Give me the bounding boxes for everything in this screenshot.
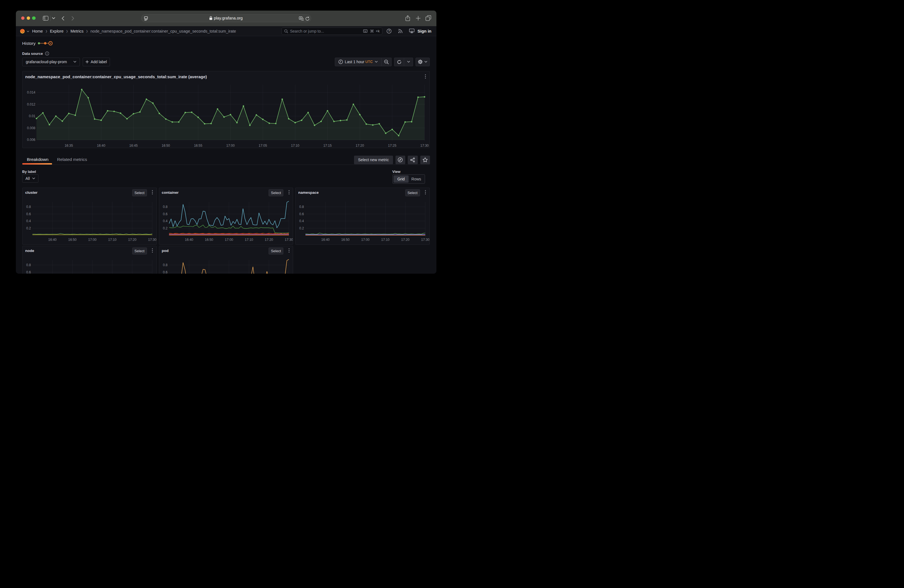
svg-text:0.008: 0.008 <box>27 126 35 130</box>
svg-text:17:00: 17:00 <box>88 238 96 242</box>
svg-text:17:20: 17:20 <box>265 238 273 242</box>
svg-text:0.8: 0.8 <box>299 205 304 209</box>
svg-text:0.2: 0.2 <box>163 226 168 230</box>
svg-text:0.6: 0.6 <box>299 212 304 216</box>
svg-text:16:50: 16:50 <box>341 238 349 242</box>
svg-text:16:50: 16:50 <box>205 238 213 242</box>
svg-text:0.4: 0.4 <box>163 219 168 223</box>
svg-text:16:50: 16:50 <box>162 144 170 147</box>
svg-text:16:40: 16:40 <box>97 144 105 147</box>
svg-text:?: ? <box>388 30 390 33</box>
svg-text:16:50: 16:50 <box>68 238 77 242</box>
svg-text:0.006: 0.006 <box>27 138 35 142</box>
svg-text:0.6: 0.6 <box>26 270 31 274</box>
svg-text:0.4: 0.4 <box>299 219 304 223</box>
svg-text:17:20: 17:20 <box>128 238 136 242</box>
svg-text:17:20: 17:20 <box>401 238 409 242</box>
svg-text:17:00: 17:00 <box>361 238 370 242</box>
svg-text:16:40: 16:40 <box>48 238 57 242</box>
svg-text:0.8: 0.8 <box>26 205 31 209</box>
svg-text:17:00: 17:00 <box>224 238 233 242</box>
svg-text:0.012: 0.012 <box>27 103 35 106</box>
svg-text:0.8: 0.8 <box>26 263 31 267</box>
svg-text:17:10: 17:10 <box>291 144 299 147</box>
svg-text:0.2: 0.2 <box>26 226 31 230</box>
svg-text:17:10: 17:10 <box>108 238 116 242</box>
svg-text:17:25: 17:25 <box>388 144 396 147</box>
svg-text:0.01: 0.01 <box>29 114 36 118</box>
svg-text:16:45: 16:45 <box>130 144 138 147</box>
svg-text:0.2: 0.2 <box>299 226 304 230</box>
svg-text:0.6: 0.6 <box>163 270 168 274</box>
svg-text:17:00: 17:00 <box>226 144 235 147</box>
svg-text:16:55: 16:55 <box>194 144 202 147</box>
svg-text:17:15: 17:15 <box>323 144 332 147</box>
svg-text:0.014: 0.014 <box>27 90 35 94</box>
svg-text:17:30: 17:30 <box>420 144 428 147</box>
svg-text:0.6: 0.6 <box>163 212 168 216</box>
svg-text:17:30: 17:30 <box>148 238 156 242</box>
svg-text:文: 文 <box>302 18 303 20</box>
svg-text:17:30: 17:30 <box>284 238 293 242</box>
svg-text:0.8: 0.8 <box>163 263 168 267</box>
svg-text:17:10: 17:10 <box>245 238 253 242</box>
svg-text:17:20: 17:20 <box>356 144 364 147</box>
svg-text:16:35: 16:35 <box>65 144 73 147</box>
svg-text:0.4: 0.4 <box>26 219 31 223</box>
svg-text:17:30: 17:30 <box>421 238 430 242</box>
svg-text:0.8: 0.8 <box>163 205 168 209</box>
svg-text:17:05: 17:05 <box>259 144 267 147</box>
svg-text:17:10: 17:10 <box>381 238 389 242</box>
svg-text:0.6: 0.6 <box>26 212 31 216</box>
svg-text:16:40: 16:40 <box>321 238 330 242</box>
svg-text:16:40: 16:40 <box>185 238 193 242</box>
